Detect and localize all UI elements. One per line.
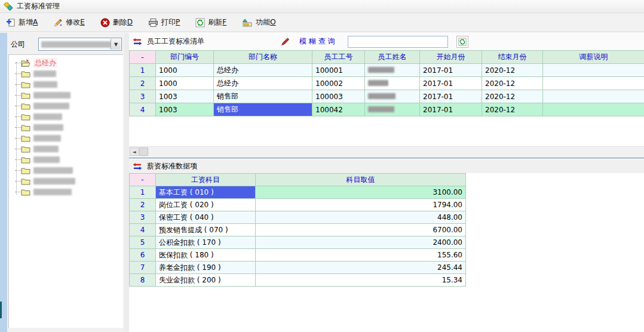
- tree-item-redacted[interactable]: [9, 100, 123, 111]
- row-number-cell[interactable]: 8: [130, 274, 156, 287]
- start-month-cell[interactable]: 2017-01: [420, 77, 482, 90]
- refresh-button-label: 刷新F: [208, 17, 226, 27]
- dept-code-cell[interactable]: 1000: [156, 64, 214, 77]
- combobox-dropdown-arrow-icon[interactable]: ▼: [111, 39, 121, 50]
- employee-salary-table: - 部门编号 部门名称 员工工号 员工姓名 开始月份 结束月份 调薪说明 1 1…: [129, 50, 644, 116]
- row-number-cell[interactable]: 7: [130, 262, 156, 274]
- subject-cell[interactable]: 岗位工资 ( 020 ): [156, 199, 256, 211]
- function-button[interactable]: 功能O: [242, 17, 275, 27]
- emp-no-cell[interactable]: 100003: [312, 90, 365, 103]
- horizontal-scrollbar[interactable]: ◄: [129, 146, 644, 156]
- tree-item-redacted[interactable]: [9, 90, 123, 100]
- tree-item-selected[interactable]: 总经办: [9, 57, 123, 68]
- dept-name-cell[interactable]: 销售部: [214, 90, 312, 103]
- value-cell[interactable]: 448.00: [256, 211, 466, 224]
- end-month-cell[interactable]: 2020-12: [482, 90, 543, 103]
- fuzzy-search-input[interactable]: [348, 36, 448, 48]
- row-number-cell[interactable]: 1: [130, 64, 156, 77]
- dept-code-cell[interactable]: 1003: [156, 90, 214, 103]
- row-number-cell[interactable]: 3: [130, 211, 156, 224]
- table-row-selected: 4 1003 销售部 100042 2017-01 2020-12: [130, 103, 644, 116]
- value-cell[interactable]: 6700.00: [256, 224, 466, 236]
- dept-name-cell-selected[interactable]: 销售部: [214, 103, 312, 116]
- value-cell[interactable]: 2400.00: [256, 236, 466, 249]
- row-number-cell[interactable]: 4: [130, 224, 156, 236]
- row-number-cell[interactable]: 5: [130, 236, 156, 249]
- start-month-cell[interactable]: 2017-01: [420, 90, 482, 103]
- col-header-value[interactable]: 科目取值: [256, 174, 466, 186]
- company-combobox[interactable]: ▼: [38, 38, 122, 51]
- new-button[interactable]: 新增A: [6, 17, 38, 27]
- end-month-cell[interactable]: 2020-12: [482, 77, 543, 90]
- row-number-cell[interactable]: 2: [130, 77, 156, 90]
- emp-name-cell[interactable]: [365, 77, 420, 90]
- row-number-cell[interactable]: 4: [130, 103, 156, 116]
- subject-cell-selected[interactable]: 基本工资 ( 010 ): [156, 186, 256, 199]
- panel-splitter-horizontal[interactable]: [129, 157, 644, 159]
- tree-item-redacted[interactable]: [9, 176, 123, 186]
- row-number-cell[interactable]: 6: [130, 249, 156, 262]
- search-refresh-button[interactable]: [456, 36, 468, 48]
- subject-cell[interactable]: 医保扣款 ( 180 ): [156, 249, 256, 262]
- tree-item-redacted[interactable]: [9, 133, 123, 143]
- emp-name-cell[interactable]: [365, 64, 420, 77]
- dept-name-cell[interactable]: 总经办: [214, 77, 312, 90]
- tree-item-redacted[interactable]: [9, 143, 123, 154]
- row-number-cell[interactable]: 3: [130, 90, 156, 103]
- scrollbar-thumb[interactable]: [139, 147, 148, 156]
- dept-code-cell[interactable]: 1000: [156, 77, 214, 90]
- emp-no-cell[interactable]: 100042: [312, 103, 365, 116]
- note-cell[interactable]: [543, 90, 644, 103]
- note-cell[interactable]: [543, 64, 644, 77]
- col-header-num[interactable]: -: [130, 51, 156, 64]
- col-header-dept-name[interactable]: 部门名称: [214, 51, 312, 64]
- subject-cell[interactable]: 养老金扣款 ( 190 ): [156, 262, 256, 274]
- col-header-end-month[interactable]: 结束月份: [482, 51, 543, 64]
- subject-cell[interactable]: 保密工资 ( 040 ): [156, 211, 256, 224]
- tree-item-redacted[interactable]: [9, 122, 123, 133]
- col-header-note[interactable]: 调薪说明: [543, 51, 644, 64]
- end-month-cell[interactable]: 2020-12: [482, 64, 543, 77]
- end-month-cell[interactable]: 2020-12: [482, 103, 543, 116]
- start-month-cell[interactable]: 2017-01: [420, 64, 482, 77]
- tree-item-redacted[interactable]: [9, 186, 123, 197]
- panel-splitter-vertical[interactable]: [124, 33, 129, 332]
- value-cell[interactable]: 3100.00: [256, 186, 466, 199]
- value-cell[interactable]: 155.60: [256, 249, 466, 262]
- scroll-left-arrow-icon[interactable]: ◄: [130, 147, 139, 156]
- edit-button[interactable]: 修改E: [53, 17, 85, 27]
- subject-cell[interactable]: 公积金扣款 ( 170 ): [156, 236, 256, 249]
- note-cell[interactable]: [543, 77, 644, 90]
- emp-name-cell[interactable]: [365, 90, 420, 103]
- subject-cell[interactable]: 预发销售提成 ( 070 ): [156, 224, 256, 236]
- refresh-button[interactable]: 刷新F: [195, 17, 226, 27]
- tree-item-redacted[interactable]: [9, 68, 123, 79]
- salary-items-title: 薪资标准数据项: [147, 161, 197, 171]
- emp-no-cell[interactable]: 100002: [312, 77, 365, 90]
- emp-name-cell[interactable]: [365, 103, 420, 116]
- tree-item-redacted[interactable]: [9, 165, 123, 176]
- note-cell[interactable]: [543, 103, 644, 116]
- row-number-cell[interactable]: 2: [130, 199, 156, 211]
- value-cell[interactable]: 245.44: [256, 262, 466, 274]
- row-number-cell[interactable]: 1: [130, 186, 156, 199]
- value-cell[interactable]: 15.34: [256, 274, 466, 287]
- tree-item-redacted[interactable]: [9, 79, 123, 90]
- col-header-num[interactable]: -: [130, 174, 156, 186]
- tree-item-redacted[interactable]: [9, 111, 123, 122]
- col-header-start-month[interactable]: 开始月份: [420, 51, 482, 64]
- dept-name-cell[interactable]: 总经办: [214, 64, 312, 77]
- tree-item-redacted[interactable]: [9, 154, 123, 165]
- print-button[interactable]: 打印P: [148, 17, 180, 27]
- table-row: 6 医保扣款 ( 180 ) 155.60: [130, 249, 466, 262]
- delete-button[interactable]: 删除D: [100, 17, 133, 27]
- dept-code-cell[interactable]: 1003: [156, 103, 214, 116]
- col-header-emp-no[interactable]: 员工工号: [312, 51, 365, 64]
- col-header-dept-code[interactable]: 部门编号: [156, 51, 214, 64]
- subject-cell[interactable]: 失业金扣款 ( 200 ): [156, 274, 256, 287]
- start-month-cell[interactable]: 2017-01: [420, 103, 482, 116]
- value-cell[interactable]: 1794.00: [256, 199, 466, 211]
- emp-no-cell[interactable]: 100001: [312, 64, 365, 77]
- col-header-subject[interactable]: 工资科目: [156, 174, 256, 186]
- col-header-emp-name[interactable]: 员工姓名: [365, 51, 420, 64]
